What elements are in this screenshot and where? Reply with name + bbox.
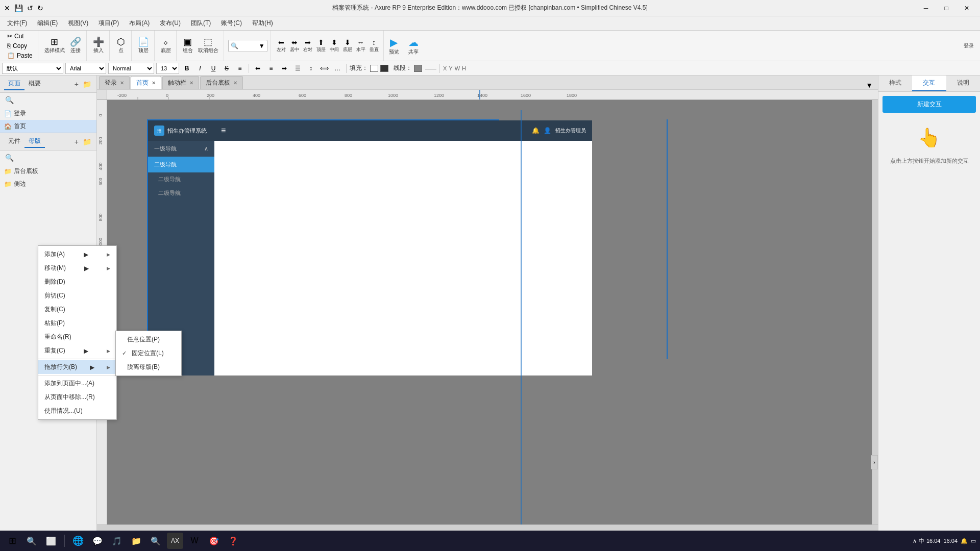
line-color-box[interactable] (414, 65, 422, 72)
sub-fixed-pos[interactable]: 固定位置(L) (116, 346, 181, 360)
sub-detach-master[interactable]: 脱离母版(B) (116, 360, 181, 374)
menu-account[interactable]: 账号(C) (216, 17, 247, 30)
align-left-button[interactable]: ⬅ 左对 (275, 37, 287, 54)
taskbar-chrome[interactable]: 🎵 (109, 533, 125, 549)
taskbar-axure[interactable]: AX (167, 533, 183, 549)
tab-masters[interactable]: 母版 (24, 135, 45, 148)
zoom-dropdown-icon[interactable]: ▼ (259, 42, 265, 49)
taskbar-search[interactable]: 🔍 (23, 533, 40, 549)
tab-action-close[interactable]: ✕ (189, 80, 193, 86)
taskbar-search2[interactable]: 🔍 (148, 533, 164, 549)
login-button[interactable]: 登录 (960, 40, 978, 52)
menu-team[interactable]: 团队(T) (186, 17, 216, 30)
align-right-fmt[interactable]: ➡ (279, 63, 290, 74)
window-controls[interactable]: ─ □ ✕ (917, 2, 976, 14)
more-fmt-btn[interactable]: … (332, 63, 343, 74)
minimize-button[interactable]: ─ (917, 2, 935, 14)
paste-button[interactable]: 📋 Paste (5, 51, 35, 60)
tabs-scroll[interactable]: ▼ (863, 81, 876, 89)
font-select[interactable]: Arial (65, 63, 106, 74)
fill-color-box[interactable] (370, 65, 378, 72)
align-middle-button[interactable]: ⬍ 中间 (328, 37, 340, 54)
zoom-control[interactable]: 🔍 52% ▼ (228, 40, 267, 52)
ctx-add[interactable]: 添加(A) ▶ (38, 247, 116, 261)
align-right-button[interactable]: ➡ 右对 (302, 37, 314, 54)
default-select[interactable]: 默认 (2, 63, 63, 74)
ctx-rename[interactable]: 重命名(R) (38, 330, 116, 344)
page-item-login[interactable]: 📄 登录 (0, 107, 96, 120)
tabs-scroll-icon[interactable]: ▼ (863, 81, 876, 89)
copy-button[interactable]: ⎘ Copy (5, 41, 35, 51)
share-button[interactable]: ☁ 共享 (404, 34, 423, 58)
title-save-icon[interactable]: 💾 (14, 4, 23, 12)
menu-edit[interactable]: 编辑(E) (32, 17, 63, 30)
menu-file[interactable]: 文件(F) (2, 17, 32, 30)
italic-button[interactable]: I (194, 63, 206, 74)
distribute-h-button[interactable]: ↔ 水平 (355, 37, 367, 54)
tab-outline[interactable]: 概要 (24, 78, 45, 90)
tab-backend-close[interactable]: ✕ (233, 80, 237, 86)
notification-icon[interactable]: 🔔 (961, 538, 968, 544)
title-redo-icon[interactable]: ↻ (37, 4, 43, 12)
taskbar-word[interactable]: W (186, 533, 203, 549)
ctx-duplicate[interactable]: 重复(C) ▶ (38, 344, 116, 358)
ctx-drag-behavior[interactable]: 拖放行为(B) ▶ (38, 360, 116, 374)
letter-spacing-btn[interactable]: ⟺ (318, 63, 330, 74)
search-pages-icon[interactable]: 🔍 (4, 95, 15, 105)
ctx-paste[interactable]: 粘贴(P) (38, 316, 116, 330)
page-item-home[interactable]: 🏠 首页 (0, 120, 96, 133)
ctx-cut[interactable]: 剪切(C) (38, 289, 116, 303)
ctx-usage[interactable]: 使用情况...(U) (38, 404, 116, 418)
tab-login[interactable]: 登录 ✕ (99, 76, 130, 89)
right-tab-style[interactable]: 样式 (878, 76, 912, 91)
menu-help[interactable]: 帮助(H) (247, 17, 278, 30)
zoom-input[interactable]: 52% (239, 42, 258, 49)
taskbar-app1[interactable]: 🎯 (206, 533, 222, 549)
menu-layout[interactable]: 布局(A) (124, 17, 155, 30)
tab-home[interactable]: 首页 ✕ (131, 76, 161, 89)
dot-button[interactable]: ⬡ 点 (114, 36, 128, 55)
align-justify-fmt[interactable]: ☰ (292, 63, 303, 74)
ctx-remove-from-page[interactable]: 从页面中移除...(R) (38, 390, 116, 404)
cut-button[interactable]: ✂ Cut (5, 32, 35, 41)
size-select[interactable]: 13 (156, 63, 179, 74)
taskbar-wechat[interactable]: 💬 (89, 533, 106, 549)
menu-publish[interactable]: 发布(U) (155, 17, 186, 30)
ctx-add-to-page[interactable]: 添加到页面中...(A) (38, 377, 116, 390)
bold-button[interactable]: B (181, 63, 192, 74)
tab-backend[interactable]: 后台底板 ✕ (200, 76, 243, 89)
stack-button[interactable]: ⬦ 底层 (159, 36, 173, 55)
ctx-delete[interactable]: 删除(D) (38, 275, 116, 289)
ungroup-button[interactable]: ⬚ 取消组合 (196, 36, 220, 55)
taskbar-explorer[interactable]: 📁 (128, 533, 144, 549)
tab-pages[interactable]: 页面 (4, 78, 24, 90)
taskbar-edge[interactable]: 🌐 (70, 533, 86, 549)
sub-any-pos[interactable]: 任意位置(P) (116, 333, 181, 346)
new-interaction-button[interactable]: 新建交互 (883, 96, 976, 113)
menu-view[interactable]: 视图(V) (63, 17, 93, 30)
folder-master-icon[interactable]: 📁 (82, 137, 92, 147)
page-button[interactable]: 📄 顶层 (136, 36, 151, 55)
list-button[interactable]: ≡ (234, 63, 246, 74)
distribute-v-button[interactable]: ↕ 垂直 (368, 37, 380, 54)
strikethrough-button[interactable]: S (221, 63, 232, 74)
close-button[interactable]: ✕ (958, 2, 976, 14)
title-bar-icons[interactable]: ✕ 💾 ↺ ↻ (4, 4, 43, 12)
connect-button[interactable]: 🔗 连接 (68, 36, 83, 55)
align-center-fmt[interactable]: ≡ (265, 63, 277, 74)
master-item-backend[interactable]: 📁 后台底板 (0, 165, 96, 178)
canvas-wrapper[interactable]: -200 0 200 400 600 800 1000 1200 1400 16 (97, 90, 878, 531)
add-master-icon[interactable]: + (74, 137, 80, 147)
ctx-copy[interactable]: 复制(C) (38, 303, 116, 316)
ctx-move[interactable]: 移动(M) ▶ (38, 261, 116, 275)
tab-action-bar[interactable]: 触动栏 ✕ (162, 76, 199, 89)
right-panel-collapse[interactable]: › (871, 455, 878, 469)
tab-home-close[interactable]: ✕ (152, 80, 156, 86)
group-button[interactable]: ▣ 组合 (181, 36, 195, 55)
fill-color-box2[interactable] (380, 65, 388, 72)
line-spacing-btn[interactable]: ↕ (305, 63, 316, 74)
search-masters-icon[interactable]: 🔍 (4, 153, 15, 163)
preview-button[interactable]: ▶ 预览 (385, 34, 403, 58)
style-select[interactable]: Normal (108, 63, 154, 74)
align-center-button[interactable]: ⬌ 居中 (288, 37, 301, 54)
